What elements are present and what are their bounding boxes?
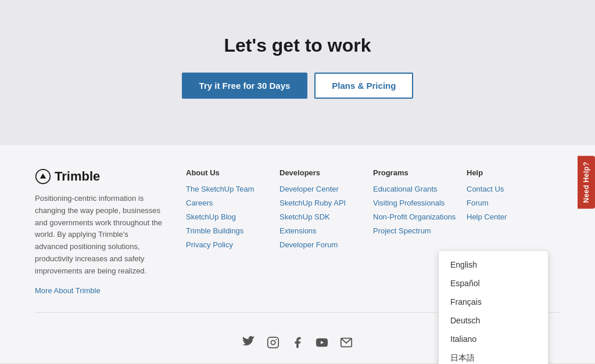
list-item: Developer Center (279, 184, 373, 193)
list-item: SketchUp SDK (279, 212, 373, 221)
need-help-button[interactable]: Need Help? (578, 156, 595, 208)
footer-col-help-list: Contact Us Forum Help Center (467, 184, 560, 221)
list-item: SketchUp Blog (186, 212, 279, 221)
lang-option-english[interactable]: English (439, 255, 548, 274)
trimble-logo-icon (35, 168, 51, 185)
list-item: Forum (467, 198, 560, 207)
twitter-icon[interactable] (242, 336, 255, 352)
footer-col-about: About Us The SketchUp Team Careers Sketc… (186, 168, 279, 295)
need-help-wrapper: Need Help? (578, 156, 595, 208)
footer-col-programs-title: Programs (373, 168, 467, 177)
trimble-logo-text: Trimble (55, 169, 100, 184)
list-item: Visiting Professionals (373, 198, 467, 207)
list-item: Project Spectrum (373, 226, 467, 235)
footer-wrapper: Trimble Positioning-centric information … (0, 145, 595, 364)
svg-point-3 (271, 340, 275, 344)
trimble-logo: Trimble (35, 168, 163, 185)
email-icon[interactable] (340, 336, 353, 352)
hero-buttons: Try it Free for 30 Days Plans & Pricing (12, 73, 583, 99)
list-item: The SketchUp Team (186, 184, 279, 193)
footer-col-developers: Developers Developer Center SketchUp Rub… (279, 168, 373, 295)
language-dropdown[interactable]: English Español Français Deutsch Italian… (438, 250, 549, 364)
dev-link-0[interactable]: Developer Center (279, 185, 339, 193)
list-item: Developer Forum (279, 240, 373, 249)
list-item: Trimble Buildings (186, 226, 279, 235)
help-link-1[interactable]: Forum (467, 199, 489, 207)
footer-brand: Trimble Positioning-centric information … (35, 168, 163, 295)
lang-option-espanol[interactable]: Español (439, 274, 548, 293)
lang-option-francais[interactable]: Français (439, 293, 548, 311)
list-item: Contact Us (467, 184, 560, 193)
lang-option-italiano[interactable]: Italiano (439, 330, 548, 348)
list-item: Careers (186, 198, 279, 207)
hero-section: Let's get to work Try it Free for 30 Day… (0, 0, 595, 145)
dev-link-3[interactable]: Extensions (279, 226, 317, 235)
list-item: Extensions (279, 226, 373, 235)
more-about-trimble-link[interactable]: More About Trimble (35, 286, 101, 295)
footer-col-programs-list: Educational Grants Visiting Professional… (373, 184, 467, 235)
lang-option-japanese[interactable]: 日本語 (439, 348, 548, 364)
dev-link-1[interactable]: SketchUp Ruby API (279, 199, 346, 207)
plans-pricing-button[interactable]: Plans & Pricing (314, 73, 413, 99)
facebook-icon[interactable] (291, 336, 304, 352)
prog-link-0[interactable]: Educational Grants (373, 185, 438, 193)
list-item: SketchUp Ruby API (279, 198, 373, 207)
footer-col-developers-title: Developers (279, 168, 373, 177)
instagram-icon[interactable] (267, 336, 279, 352)
list-item: Educational Grants (373, 184, 467, 193)
dev-link-2[interactable]: SketchUp SDK (279, 212, 330, 221)
about-link-1[interactable]: Careers (186, 199, 213, 207)
language-options-list: English Español Français Deutsch Italian… (439, 251, 548, 364)
footer-col-help-title: Help (467, 168, 560, 177)
lang-option-deutsch[interactable]: Deutsch (439, 311, 548, 330)
footer-col-about-title: About Us (186, 168, 279, 177)
try-free-button[interactable]: Try it Free for 30 Days (182, 73, 308, 99)
footer-brand-description: Positioning-centric information is chang… (35, 193, 163, 277)
prog-link-3[interactable]: Project Spectrum (373, 226, 431, 235)
dev-link-4[interactable]: Developer Forum (279, 240, 338, 249)
about-link-0[interactable]: The SketchUp Team (186, 185, 255, 193)
about-link-4[interactable]: Privacy Policy (186, 240, 233, 249)
youtube-icon[interactable] (316, 336, 328, 352)
footer-col-about-list: The SketchUp Team Careers SketchUp Blog … (186, 184, 279, 249)
list-item: Non-Profit Organizations (373, 212, 467, 221)
list-item: Privacy Policy (186, 240, 279, 249)
prog-link-1[interactable]: Visiting Professionals (373, 199, 445, 207)
about-link-2[interactable]: SketchUp Blog (186, 212, 236, 221)
hero-title: Let's get to work (12, 35, 583, 56)
list-item: Help Center (467, 212, 560, 221)
about-link-3[interactable]: Trimble Buildings (186, 226, 243, 235)
svg-point-1 (41, 175, 44, 178)
footer-col-developers-list: Developer Center SketchUp Ruby API Sketc… (279, 184, 373, 249)
prog-link-2[interactable]: Non-Profit Organizations (373, 212, 456, 221)
help-link-2[interactable]: Help Center (467, 212, 507, 221)
svg-rect-2 (268, 337, 278, 347)
svg-point-4 (275, 339, 277, 340)
help-link-0[interactable]: Contact Us (467, 185, 504, 193)
footer: Trimble Positioning-centric information … (0, 145, 595, 363)
